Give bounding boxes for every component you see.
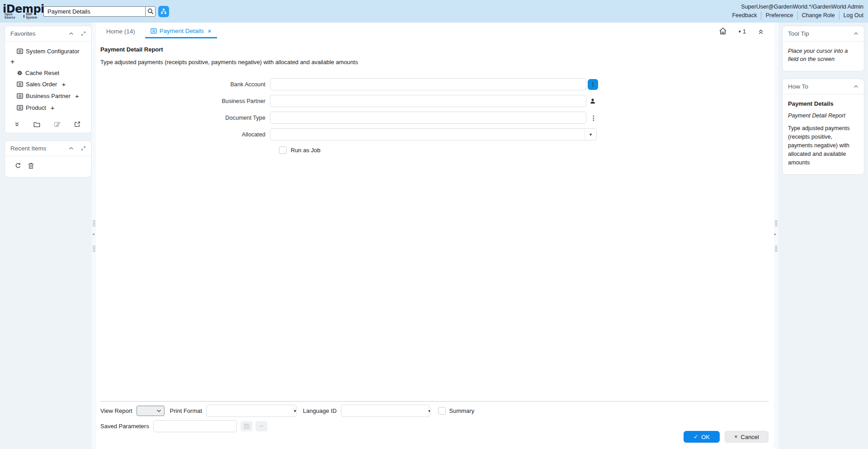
language-id-combobox: ▾ xyxy=(341,405,430,417)
saved-parameters-input[interactable] xyxy=(154,421,237,432)
edit-icon[interactable] xyxy=(54,121,61,127)
allocated-combobox: ▾ xyxy=(270,128,597,140)
x-icon: × xyxy=(734,434,737,440)
favorites-panel: Favorites System Configurator + xyxy=(5,26,92,133)
view-report-label: View Report xyxy=(100,407,132,414)
favorite-item-product[interactable]: Product + xyxy=(10,102,88,114)
close-tab-icon[interactable]: × xyxy=(208,29,212,33)
print-format-dropdown-button[interactable]: ▾ xyxy=(293,405,296,416)
window-icon xyxy=(17,93,23,99)
expand-panel-icon[interactable] xyxy=(81,146,86,151)
ellipsis-vertical-icon: ⋮ xyxy=(590,81,596,88)
tool-tip-text: Place your cursor into a field on the sc… xyxy=(783,42,864,71)
chevron-down-icon: ▾ xyxy=(429,408,430,413)
run-as-job-label: Run as Job xyxy=(291,147,321,154)
collapse-panel-icon[interactable] xyxy=(69,32,74,35)
tool-tip-title: Tool Tip xyxy=(788,30,809,37)
document-type-label: Document Type xyxy=(100,115,270,121)
how-to-subheading: Payment Detail Report xyxy=(788,112,859,120)
favorite-item-business-partner[interactable]: Business Partner + xyxy=(10,90,88,102)
left-splitter[interactable]: ◂ xyxy=(92,23,96,449)
search-button[interactable] xyxy=(145,6,156,17)
gear-icon xyxy=(17,70,23,76)
bank-account-lookup-button[interactable]: ⋮ xyxy=(588,79,598,90)
tab-home[interactable]: Home (14) xyxy=(100,26,140,38)
summary-checkbox[interactable] xyxy=(438,407,446,415)
home-icon[interactable] xyxy=(719,27,727,38)
change-role-link[interactable]: Change Role xyxy=(797,11,839,20)
save-parameters-button[interactable] xyxy=(241,421,253,431)
expand-all-icon[interactable] xyxy=(14,122,20,127)
menu-lookup-button[interactable] xyxy=(158,6,169,17)
top-bar: iDempiere Open Source ERP System SuperUs… xyxy=(0,0,868,23)
global-search xyxy=(43,6,156,17)
business-partner-lookup-icon[interactable] xyxy=(590,98,596,104)
cancel-button[interactable]: × Cancel xyxy=(725,431,769,443)
window-count: 1 xyxy=(743,28,746,35)
summary-label: Summary xyxy=(449,407,475,414)
print-format-input[interactable] xyxy=(207,405,293,416)
tab-payment-details[interactable]: Payment Details × xyxy=(145,26,217,38)
print-format-combobox: ▾ xyxy=(206,405,297,417)
ok-button[interactable]: ✓ OK xyxy=(684,431,720,443)
process-footer: View Report Print Format ▾ Language ID ▾ xyxy=(100,401,769,443)
tab-label: Payment Details xyxy=(160,28,204,34)
chevron-down-icon: ▾ xyxy=(590,132,592,137)
right-splitter[interactable]: ▸ xyxy=(774,23,778,449)
collapse-panel-icon[interactable] xyxy=(854,85,859,88)
view-report-select[interactable] xyxy=(137,406,165,416)
minus-icon: − xyxy=(259,422,263,430)
feedback-link[interactable]: Feedback xyxy=(728,11,761,20)
logo-tagline-divider xyxy=(24,15,25,18)
report-title: Payment Detail Report xyxy=(100,46,774,53)
favorite-label: Sales Order xyxy=(26,81,57,88)
allocated-input[interactable] xyxy=(270,129,585,140)
tab-bar: Home (14) Payment Details × ▾ 1 xyxy=(100,23,774,38)
window-icon xyxy=(17,48,23,54)
share-icon[interactable] xyxy=(74,121,80,127)
document-type-input[interactable] xyxy=(270,112,586,124)
language-id-input[interactable] xyxy=(341,405,428,416)
how-to-heading: Payment Details xyxy=(788,100,859,108)
collapse-left-icon[interactable]: ◂ xyxy=(92,232,94,236)
collapse-panel-icon[interactable] xyxy=(69,147,74,150)
preference-link[interactable]: Preference xyxy=(761,11,797,20)
business-partner-input[interactable] xyxy=(270,95,586,107)
refresh-icon[interactable] xyxy=(15,163,21,169)
favorite-label: Cache Reset xyxy=(25,70,59,76)
app-logo: iDempiere Open Source ERP System xyxy=(3,4,42,19)
chevron-down-icon: ▾ xyxy=(739,29,741,34)
expand-panel-icon[interactable] xyxy=(81,31,86,36)
trash-icon[interactable] xyxy=(28,163,34,169)
logo-tagline-left: Open Source xyxy=(5,13,22,19)
favorite-label: Product xyxy=(26,104,46,111)
allocated-dropdown-button[interactable]: ▾ xyxy=(585,129,596,140)
favorite-add-icon[interactable]: + xyxy=(10,57,88,68)
language-id-dropdown-button[interactable]: ▾ xyxy=(428,405,430,416)
cancel-button-label: Cancel xyxy=(741,434,759,440)
bank-account-input[interactable] xyxy=(270,78,586,90)
run-as-job-checkbox[interactable] xyxy=(279,146,287,154)
how-to-body-text: Type adjusted payments (receipts positiv… xyxy=(788,124,859,167)
allocated-label: Allocated xyxy=(100,131,270,138)
favorite-label: Business Partner xyxy=(26,93,71,99)
delete-parameters-button[interactable]: − xyxy=(255,421,268,431)
favorite-add-icon[interactable]: + xyxy=(61,80,66,88)
folder-icon[interactable] xyxy=(33,122,40,127)
favorite-item-cache-reset[interactable]: Cache Reset xyxy=(10,68,88,79)
main-content: Home (14) Payment Details × ▾ 1 Payment … xyxy=(96,23,774,449)
collapse-right-icon[interactable]: ▸ xyxy=(774,232,777,236)
saved-parameters-combobox: ▾ xyxy=(153,420,237,432)
parameter-form: Bank Account ⋮ Business Partner Document… xyxy=(100,78,774,154)
favorite-item-system-configurator[interactable]: System Configurator xyxy=(10,46,88,57)
favorite-add-icon[interactable]: + xyxy=(51,104,55,112)
favorite-item-sales-order[interactable]: Sales Order + xyxy=(10,79,88,90)
logout-link[interactable]: Log Out xyxy=(839,11,863,20)
search-input[interactable] xyxy=(43,6,145,17)
collapse-panel-icon[interactable] xyxy=(854,32,859,35)
document-type-lookup-icon[interactable]: ⋮ xyxy=(590,114,597,122)
window-count-dropdown[interactable]: ▾ 1 xyxy=(739,28,746,38)
collapse-all-icon[interactable] xyxy=(758,29,764,38)
bank-account-label: Bank Account xyxy=(100,81,270,88)
favorite-add-icon[interactable]: + xyxy=(75,92,79,100)
